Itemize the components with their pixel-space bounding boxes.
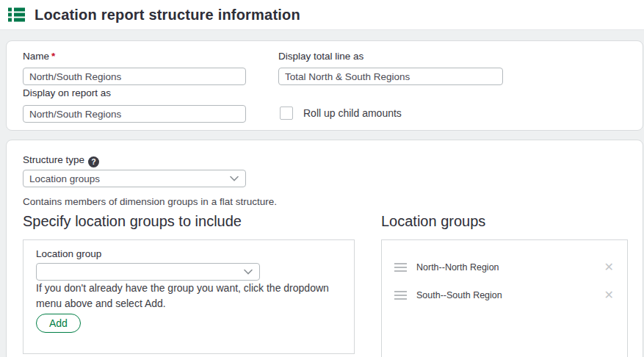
display-total-input[interactable] [278,68,503,85]
structure-type-selected-value: Location groups [29,173,100,184]
list-icon [8,7,25,22]
display-on-report-label: Display on report as [23,87,111,98]
page: Location report structure information Na… [0,0,644,357]
structure-type-select[interactable]: Location groups [23,170,246,187]
location-group-select[interactable] [36,263,260,281]
display-on-report-input[interactable] [23,105,246,123]
remove-icon[interactable]: ✕ [604,262,614,273]
structure-type-label: Structure type? [23,154,99,167]
add-button[interactable]: Add [36,314,81,333]
display-total-label: Display total line as [278,51,363,62]
specify-groups-box: Location group If you don't already have… [23,239,355,354]
drag-handle-icon[interactable] [394,291,407,300]
chevron-down-icon [230,176,239,181]
group-item-label: North--North Region [416,262,604,273]
help-icon[interactable]: ? [88,156,99,167]
page-title: Location report structure information [35,7,300,24]
chevron-down-icon [244,269,253,275]
add-group-helper-text: If you don't already have the group you … [36,281,344,311]
name-label: Name* [23,51,55,62]
rollup-checkbox-label: Roll up child amounts [303,107,402,119]
structure-panel: Structure type? Location groups Contains… [6,140,643,357]
location-group-label: Location group [36,248,101,259]
rollup-checkbox[interactable] [280,107,293,120]
identity-panel: Name* Display total line as Display on r… [6,40,643,131]
name-input[interactable] [23,68,246,85]
page-header: Location report structure information [0,0,644,30]
group-item-label: South--South Region [416,290,604,300]
location-groups-heading: Location groups [381,213,485,230]
rollup-checkbox-row: Roll up child amounts [280,107,402,120]
required-asterisk: * [51,51,55,62]
remove-icon[interactable]: ✕ [604,289,614,301]
location-groups-box: North--North Region ✕ South--South Regio… [381,239,628,357]
structure-type-description: Contains members of dimension groups in … [23,196,277,207]
drag-handle-icon[interactable] [394,263,407,272]
list-item: South--South Region ✕ [382,281,627,309]
specify-groups-heading: Specify location groups to include [23,213,242,230]
list-item: North--North Region ✕ [382,253,627,281]
